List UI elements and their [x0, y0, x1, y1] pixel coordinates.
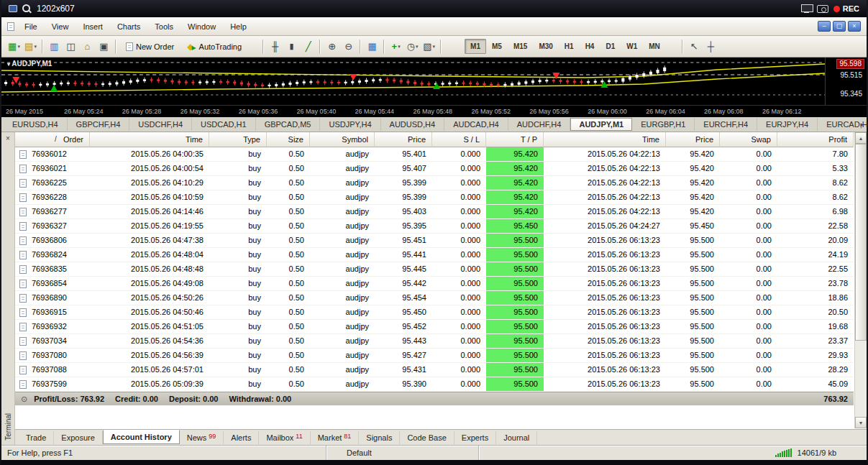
- data-window-icon[interactable]: ◫: [63, 39, 79, 55]
- timeframe-button[interactable]: MN: [643, 39, 666, 54]
- scroll-down-icon[interactable]: [855, 417, 867, 428]
- cursor-icon[interactable]: ↖: [686, 39, 703, 55]
- price-chart[interactable]: AUDJPY,M1 95.598 95.515 95.345: [1, 57, 867, 105]
- bottom-tab[interactable]: Market81: [311, 431, 360, 444]
- profile-selector[interactable]: Default: [326, 446, 479, 460]
- table-row[interactable]: 76936824 2015.05.26 04:48:04 buy 0.50 au…: [15, 248, 854, 262]
- timeframe-button[interactable]: M1: [465, 39, 486, 54]
- table-row[interactable]: 76936890 2015.05.26 04:50:26 buy 0.50 au…: [15, 291, 854, 305]
- new-order-button[interactable]: New Order: [121, 39, 179, 55]
- close-button[interactable]: ×: [848, 21, 861, 32]
- zoom-in-icon[interactable]: ⊕: [324, 39, 340, 55]
- menu-item[interactable]: Tools: [147, 19, 181, 34]
- timeframe-button[interactable]: H1: [559, 39, 580, 54]
- camera-icon[interactable]: [817, 5, 828, 13]
- chart-tab[interactable]: GBPCAD,M5: [256, 118, 321, 131]
- timeframe-button[interactable]: W1: [621, 39, 643, 54]
- chart-tab[interactable]: EURJPY,H4: [757, 118, 818, 131]
- terminal-icon[interactable]: ▣: [96, 39, 112, 55]
- column-header[interactable]: Price: [666, 132, 720, 147]
- column-header[interactable]: Size: [267, 132, 310, 147]
- menu-item[interactable]: Window: [181, 19, 223, 34]
- column-header[interactable]: Symbol: [310, 132, 375, 147]
- scrollbar-thumb[interactable]: [855, 144, 867, 341]
- menu-item[interactable]: Charts: [110, 19, 147, 34]
- line-chart-icon[interactable]: ╱: [300, 39, 316, 55]
- menu-item[interactable]: View: [45, 19, 76, 34]
- navigator-icon[interactable]: ⌂: [79, 39, 96, 55]
- chart-tab[interactable]: USDJPY,H4: [320, 118, 380, 131]
- table-row[interactable]: 76936915 2015.05.26 04:50:46 buy 0.50 au…: [15, 305, 854, 320]
- bottom-tab[interactable]: Trade: [19, 431, 54, 444]
- table-row[interactable]: 76936277 2015.05.26 04:14:46 buy 0.50 au…: [15, 205, 854, 219]
- chart-tab[interactable]: USDCAD,H1: [192, 118, 256, 131]
- table-row[interactable]: 76936021 2015.05.26 04:00:54 buy 0.50 au…: [15, 162, 854, 176]
- column-header[interactable]: T / P: [486, 132, 544, 147]
- table-row[interactable]: 76936327 2015.05.26 04:19:55 buy 0.50 au…: [15, 219, 854, 234]
- profiles-icon[interactable]: ▤: [22, 39, 39, 55]
- table-row[interactable]: 76937080 2015.05.26 04:56:39 buy 0.50 au…: [15, 349, 854, 363]
- table-row[interactable]: 76936225 2015.05.26 04:10:29 buy 0.50 au…: [15, 176, 854, 190]
- bottom-tab[interactable]: News99: [180, 431, 224, 444]
- column-header[interactable]: Order: [15, 132, 90, 147]
- chart-system-menu-icon[interactable]: [7, 22, 14, 31]
- table-row[interactable]: 76936228 2015.05.26 04:10:59 buy 0.50 au…: [15, 190, 854, 205]
- chart-tab[interactable]: EURCHF,H4: [695, 118, 757, 131]
- chart-tab[interactable]: GBPCHF,H4: [68, 118, 130, 131]
- timeframe-button[interactable]: M5: [486, 39, 508, 54]
- rec-indicator[interactable]: REC: [833, 4, 859, 13]
- column-header[interactable]: Type: [209, 132, 267, 147]
- vertical-scrollbar[interactable]: [854, 132, 867, 428]
- indicators-icon[interactable]: +: [388, 39, 404, 55]
- restore-button[interactable]: ▢: [833, 21, 846, 32]
- chart-tab[interactable]: EURGBP,H1: [632, 118, 695, 131]
- minimize-button[interactable]: –: [818, 21, 831, 32]
- chart-tab[interactable]: AUDCHF,H4: [508, 118, 571, 131]
- column-header[interactable]: S / L: [432, 132, 486, 147]
- table-row[interactable]: 76937599 2015.05.26 05:09:39 buy 0.50 au…: [15, 377, 854, 392]
- bottom-tab[interactable]: Journal: [496, 431, 537, 444]
- tab-scroll-right-icon[interactable]: ▸: [860, 121, 864, 128]
- templates-icon[interactable]: ▧: [421, 39, 437, 55]
- candlestick-icon[interactable]: ▮: [283, 39, 300, 55]
- system-menu-icon[interactable]: [9, 5, 17, 12]
- bottom-tab[interactable]: Code Base: [400, 431, 454, 444]
- table-row[interactable]: 76936932 2015.05.26 04:51:05 buy 0.50 au…: [15, 320, 854, 334]
- menu-item[interactable]: File: [17, 19, 45, 34]
- table-row[interactable]: 76936854 2015.05.26 04:49:08 buy 0.50 au…: [15, 277, 854, 291]
- periods-icon[interactable]: ◷: [404, 39, 421, 55]
- display-icon[interactable]: [801, 4, 812, 13]
- market-watch-icon[interactable]: ▥: [46, 39, 63, 55]
- timeframe-button[interactable]: D1: [600, 39, 621, 54]
- scrollbar-track[interactable]: [855, 144, 867, 417]
- table-row[interactable]: 76937034 2015.05.26 04:54:36 buy 0.50 au…: [15, 334, 854, 349]
- timeframe-button[interactable]: M30: [533, 39, 558, 54]
- scroll-up-icon[interactable]: [855, 132, 867, 144]
- bottom-tab[interactable]: Experts: [454, 431, 496, 444]
- terminal-close-icon[interactable]: ×: [6, 135, 10, 142]
- column-header[interactable]: Price: [375, 132, 432, 147]
- bottom-tab[interactable]: Exposure: [54, 431, 102, 444]
- chart-tab[interactable]: AUDUSD,H4: [381, 118, 445, 131]
- column-header[interactable]: Time: [544, 132, 666, 147]
- bottom-tab[interactable]: Mailbox11: [259, 431, 310, 444]
- chart-tab[interactable]: AUDCAD,H4: [444, 118, 508, 131]
- bar-chart-icon[interactable]: ╫: [267, 39, 283, 55]
- timeframe-button[interactable]: H4: [580, 39, 600, 54]
- column-header[interactable]: Profit: [777, 132, 854, 147]
- table-row[interactable]: 76936806 2015.05.26 04:47:38 buy 0.50 au…: [15, 234, 854, 248]
- column-header[interactable]: Swap: [720, 132, 777, 147]
- table-row[interactable]: 76937088 2015.05.26 04:57:01 buy 0.50 au…: [15, 363, 854, 377]
- chart-tab[interactable]: AUDJPY,M1: [570, 118, 632, 131]
- table-row[interactable]: 76936012 2015.05.26 04:00:35 buy 0.50 au…: [15, 147, 854, 162]
- autotrading-button[interactable]: AutoTrading: [182, 39, 247, 55]
- bottom-tab[interactable]: Signals: [359, 431, 400, 444]
- chart-tab[interactable]: EURUSD,H4: [4, 118, 68, 131]
- column-header[interactable]: Time: [90, 132, 209, 147]
- bottom-tab[interactable]: Account History: [103, 430, 180, 444]
- crosshair-icon[interactable]: ┼: [703, 39, 719, 55]
- table-row[interactable]: 76936835 2015.05.26 04:48:48 buy 0.50 au…: [15, 262, 854, 277]
- zoom-out-icon[interactable]: ⊖: [340, 39, 357, 55]
- bottom-tab[interactable]: Alerts: [224, 431, 259, 444]
- tile-windows-icon[interactable]: ▦: [364, 39, 380, 55]
